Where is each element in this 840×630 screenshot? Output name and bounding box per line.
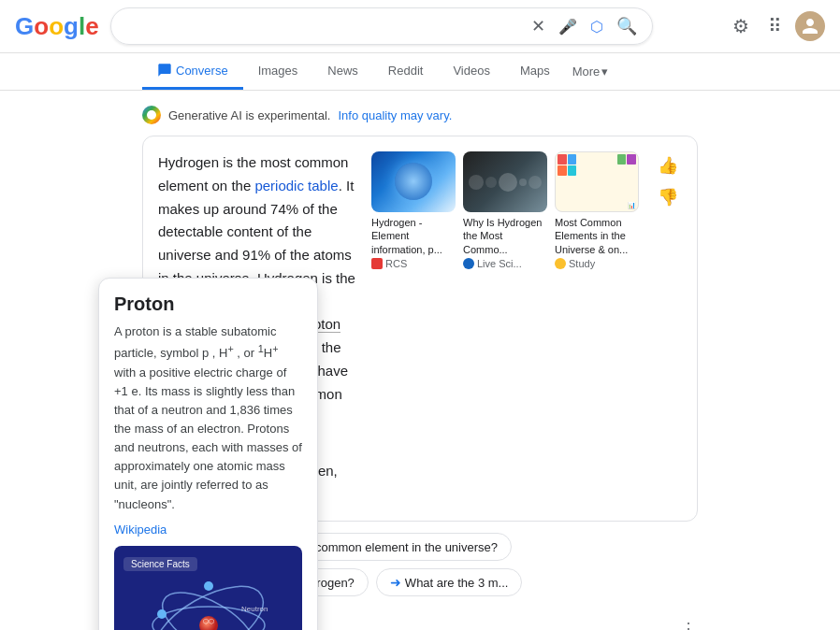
ai-banner-link[interactable]: Info quality may vary. [338, 108, 452, 122]
tab-reddit[interactable]: Reddit [373, 54, 439, 90]
tab-images-label: Images [258, 64, 298, 78]
chip-3[interactable]: ➜ What are the 3 m... [376, 568, 523, 596]
apps-icon[interactable]: ⠿ [762, 9, 788, 43]
ai-image-title-3: Most Common Elements in the Universe & o… [555, 216, 639, 256]
ai-image-source-3: Study [555, 258, 639, 269]
ai-images: Hydrogen - Element information, p... RCS [371, 151, 639, 506]
tab-videos[interactable]: Videos [438, 54, 505, 90]
proton-wiki-link[interactable]: Wikipedia [114, 523, 167, 537]
feedback-buttons: 👍 👎 [654, 151, 682, 211]
proton-tooltip: Proton A proton is a stable subatomic pa… [98, 278, 318, 630]
voice-search-icon[interactable]: 🎤 [557, 16, 579, 37]
ai-image-card-3[interactable]: 📊 Most Common Elements in the Universe &… [555, 151, 639, 506]
ai-banner-text: Generative AI is experimental. [168, 108, 330, 122]
ai-image-card-2[interactable]: Why Is Hydrogen the Most Commo... Live S… [463, 151, 547, 506]
proton-title: Proton [114, 294, 302, 315]
svg-text:⬡⬡: ⬡⬡ [203, 618, 214, 624]
chevron-down-icon: ▾ [601, 64, 608, 79]
tab-converse[interactable]: Converse [142, 53, 243, 90]
converse-icon [157, 63, 172, 78]
svg-text:Neutron: Neutron [241, 605, 268, 613]
clear-icon[interactable]: ✕ [529, 14, 547, 38]
tab-maps[interactable]: Maps [505, 54, 565, 90]
ai-banner: Generative AI is experimental. Info qual… [142, 106, 698, 124]
tab-converse-label: Converse [176, 64, 228, 78]
avatar[interactable] [795, 11, 825, 41]
search-bar: what is the most common element on the p… [110, 7, 653, 45]
atom-diagram: Electron Proton Neutron Nucleus ⬡⬡ [134, 579, 283, 630]
nav-tabs: Converse Images News Reddit Videos Maps … [0, 53, 840, 91]
tab-images[interactable]: Images [243, 54, 313, 90]
tab-videos-label: Videos [453, 64, 490, 78]
header: Google what is the most common element o… [0, 0, 840, 53]
ai-image-title-2: Why Is Hydrogen the Most Commo... [463, 216, 547, 256]
hc-menu-button[interactable]: ⋮ [679, 618, 698, 630]
settings-icon[interactable]: ⚙ [727, 9, 755, 43]
thumbs-up-button[interactable]: 👍 [654, 151, 682, 179]
search-bar-icons: ✕ 🎤 ⬡ 🔍 [529, 14, 639, 38]
proton-diagram-box: Science Facts [114, 546, 302, 630]
proton-desc: A proton is a stable subatomic particle,… [114, 322, 302, 514]
more-tab[interactable]: More ▾ [565, 55, 616, 88]
tab-news[interactable]: News [312, 54, 373, 90]
science-facts-badge: Science Facts [123, 557, 197, 571]
svg-point-4 [157, 609, 167, 619]
search-submit-icon[interactable]: 🔍 [615, 14, 639, 38]
periodic-table-link[interactable]: periodic table [254, 178, 338, 193]
svg-point-6 [204, 581, 213, 591]
chip-icon-3: ➜ [390, 575, 401, 590]
google-logo[interactable]: Google [15, 12, 99, 41]
tab-news-label: News [327, 64, 358, 78]
ai-icon [142, 106, 161, 124]
ai-image-source-1: RCS [371, 258, 456, 269]
ai-image-card-1[interactable]: Hydrogen - Element information, p... RCS [371, 151, 456, 506]
thumbs-down-button[interactable]: 👎 [654, 183, 682, 211]
tab-reddit-label: Reddit [388, 64, 424, 78]
ai-image-source-2: Live Sci... [463, 258, 547, 269]
search-input[interactable]: what is the most common element on the p… [124, 18, 522, 35]
lens-icon[interactable]: ⬡ [588, 16, 605, 37]
more-tab-label: More [572, 64, 601, 79]
header-actions: ⚙ ⠿ [727, 9, 825, 43]
ai-image-title-1: Hydrogen - Element information, p... [371, 216, 456, 256]
tab-maps-label: Maps [520, 64, 550, 78]
